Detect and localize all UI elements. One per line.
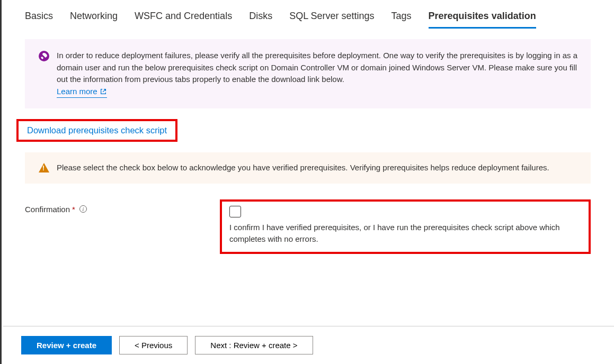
confirmation-row: Confirmation * i I confirm I have verifi… — [25, 199, 591, 254]
download-link-highlight: Download prerequisites check script — [16, 119, 177, 142]
review-create-button[interactable]: Review + create — [21, 336, 112, 354]
tab-disks[interactable]: Disks — [249, 11, 272, 29]
learn-more-label: Learn more — [57, 86, 97, 98]
tab-prerequisites-validation[interactable]: Prerequisites validation — [429, 11, 536, 29]
learn-more-link[interactable]: Learn more — [57, 86, 107, 98]
tab-bar: Basics Networking WSFC and Credentials D… — [2, 0, 614, 29]
info-icon[interactable]: i — [79, 205, 87, 213]
warning-banner-text: Please select the check box below to ack… — [57, 162, 549, 174]
checkbox-wrapper: I confirm I have verified prerequisites,… — [229, 206, 581, 245]
required-asterisk: * — [72, 205, 75, 214]
info-banner: In order to reduce deployment failures, … — [25, 39, 591, 108]
download-prerequisites-link[interactable]: Download prerequisites check script — [27, 125, 167, 135]
external-link-icon — [100, 88, 107, 95]
tab-basics[interactable]: Basics — [25, 11, 53, 29]
tab-networking[interactable]: Networking — [70, 11, 118, 29]
warning-banner: Please select the check box below to ack… — [25, 152, 591, 184]
tab-wsfc-credentials[interactable]: WSFC and Credentials — [135, 11, 232, 29]
info-text-body: In order to reduce deployment failures, … — [57, 51, 577, 84]
confirmation-checkbox-text: I confirm I have verified prerequisites,… — [229, 222, 581, 245]
tab-tags[interactable]: Tags — [391, 11, 412, 29]
rocket-icon — [39, 51, 49, 61]
tab-sql-server-settings[interactable]: SQL Server settings — [289, 11, 374, 29]
content-area: In order to reduce deployment failures, … — [2, 29, 614, 254]
confirmation-label: Confirmation * i — [25, 199, 220, 214]
info-banner-text: In order to reduce deployment failures, … — [57, 50, 580, 98]
confirmation-label-text: Confirmation — [25, 205, 70, 214]
next-button[interactable]: Next : Review + create > — [195, 336, 313, 354]
warning-icon — [39, 163, 49, 172]
previous-button[interactable]: < Previous — [119, 336, 188, 354]
confirmation-checkbox[interactable] — [229, 206, 241, 217]
footer-bar: Review + create < Previous Next : Review… — [3, 326, 614, 364]
confirmation-highlight: I confirm I have verified prerequisites,… — [220, 199, 591, 254]
